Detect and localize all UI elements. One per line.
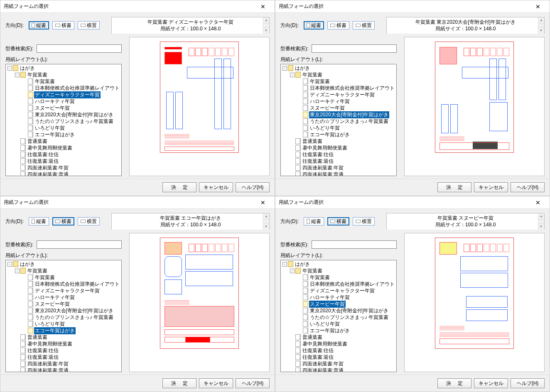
tree-toggle-icon[interactable]: - <box>7 262 12 267</box>
tree-item[interactable]: スヌーピー年賀 <box>6 105 121 111</box>
tree-item[interactable]: -年賀葉書 <box>281 267 396 274</box>
tree-item[interactable]: いろどり年賀 <box>281 125 396 131</box>
tree-item[interactable]: 東京2020大会[寄附金付]年賀はがき <box>6 111 121 118</box>
direction-side-button[interactable]: 横置 <box>353 21 375 29</box>
tree-item[interactable]: 普通葉書 <box>6 138 121 145</box>
tree-toggle-icon[interactable]: - <box>7 66 12 71</box>
tree-item[interactable]: 東京2020大会[寄附金付]年賀はがき <box>281 307 396 314</box>
layout-tree[interactable]: -はがき-年賀葉書年賀葉書日本郵便株式会社推奨準拠レイアウトディズニーキャラクタ… <box>280 260 397 372</box>
tree-toggle-icon[interactable]: - <box>282 66 287 71</box>
tree-item[interactable]: 往復葉書:返信 <box>281 158 396 164</box>
tree-toggle-icon[interactable]: - <box>290 269 295 273</box>
tree-item[interactable]: エコー年賀はがき <box>281 131 396 138</box>
direction-horizontal-button[interactable]: 横書 <box>52 21 74 29</box>
ok-button[interactable]: 決 定 <box>437 182 471 192</box>
preview-info-scrollbar[interactable]: ▲▼ <box>263 17 269 34</box>
tree-item[interactable]: 暑中見舞用郵便葉書 <box>6 341 121 347</box>
direction-horizontal-button[interactable]: 横書 <box>327 21 349 29</box>
tree-item[interactable]: 往復葉書:返信 <box>6 158 121 164</box>
preview-info-scrollbar[interactable]: ▲▼ <box>538 213 544 230</box>
ok-button[interactable]: 決 定 <box>162 378 196 388</box>
tree-item[interactable]: 日本郵便株式会社推奨準拠レイアウト <box>281 281 396 287</box>
tree-item[interactable]: いろどり年賀 <box>6 125 121 131</box>
tree-toggle-icon[interactable]: - <box>282 262 287 267</box>
tree-item[interactable]: ディズニーキャラクター年賀 <box>6 287 121 294</box>
tree-item[interactable]: うたの☆プリンスさまっ♪ 年賀葉書 <box>281 314 396 321</box>
tree-item[interactable]: エコー年賀はがき <box>6 131 121 138</box>
search-input[interactable] <box>37 44 122 53</box>
layout-tree[interactable]: -はがき-年賀葉書年賀葉書日本郵便株式会社推奨準拠レイアウトディズニーキャラクタ… <box>5 260 122 372</box>
direction-vertical-button[interactable]: 縦書 <box>304 217 324 225</box>
tree-item[interactable]: 四面連刷葉書:普通 <box>281 171 396 176</box>
help-button[interactable]: ヘルプ(H) <box>236 378 270 388</box>
direction-vertical-button[interactable]: 縦書 <box>29 21 49 29</box>
tree-item[interactable]: 普通葉書 <box>281 138 396 145</box>
tree-toggle-icon[interactable]: - <box>290 73 295 77</box>
ok-button[interactable]: 決 定 <box>437 378 471 388</box>
tree-item[interactable]: スヌーピー年賀 <box>281 301 396 307</box>
tree-item[interactable]: 四面連刷葉書:年賀 <box>281 164 396 171</box>
tree-item[interactable]: ディズニーキャラクター年賀 <box>281 287 396 294</box>
tree-item[interactable]: 往復葉書:返信 <box>6 354 121 360</box>
tree-item[interactable]: 年賀葉書 <box>281 78 396 85</box>
layout-tree[interactable]: -はがき-年賀葉書年賀葉書日本郵便株式会社推奨準拠レイアウトディズニーキャラクタ… <box>280 64 397 176</box>
tree-item[interactable]: ハローキティ年賀 <box>6 294 121 301</box>
direction-vertical-button[interactable]: 縦書 <box>304 21 324 29</box>
tree-item[interactable]: 往復葉書:返信 <box>281 354 396 360</box>
tree-item[interactable]: 年賀葉書 <box>6 274 121 281</box>
tree-item[interactable]: -年賀葉書 <box>6 267 121 274</box>
tree-item[interactable]: 暑中見舞用郵便葉書 <box>281 145 396 151</box>
tree-item[interactable]: 往復葉書:往信 <box>281 347 396 354</box>
tree-item[interactable]: 年賀葉書 <box>281 274 396 281</box>
layout-tree[interactable]: -はがき-年賀葉書年賀葉書日本郵便株式会社推奨準拠レイアウトディズニーキャラクタ… <box>5 64 122 176</box>
tree-item[interactable]: -はがき <box>281 65 396 71</box>
help-button[interactable]: ヘルプ(H) <box>511 378 545 388</box>
tree-item[interactable]: エコー年賀はがき <box>6 327 121 334</box>
help-button[interactable]: ヘルプ(H) <box>511 182 545 192</box>
tree-item[interactable]: 往復葉書:往信 <box>6 347 121 354</box>
tree-toggle-icon[interactable]: - <box>15 269 20 273</box>
tree-item[interactable]: スヌーピー年賀 <box>281 105 396 111</box>
tree-item[interactable]: エコー年賀はがき <box>281 327 396 334</box>
direction-side-button[interactable]: 横置 <box>78 217 100 225</box>
ok-button[interactable]: 決 定 <box>162 182 196 192</box>
close-button[interactable]: ✕ <box>530 1 546 12</box>
search-input[interactable] <box>37 240 122 249</box>
tree-item[interactable]: -はがき <box>281 261 396 267</box>
tree-item[interactable]: ハローキティ年賀 <box>6 98 121 105</box>
tree-item[interactable]: ハローキティ年賀 <box>281 98 396 105</box>
tree-item[interactable]: -年賀葉書 <box>281 71 396 78</box>
tree-item[interactable]: うたの☆プリンスさまっ♪ 年賀葉書 <box>6 118 121 125</box>
tree-item[interactable]: うたの☆プリンスさまっ♪ 年賀葉書 <box>281 118 396 125</box>
cancel-button[interactable]: キャンセル <box>199 182 233 192</box>
tree-item[interactable]: ディズニーキャラクター年賀 <box>6 91 121 98</box>
help-button[interactable]: ヘルプ(H) <box>236 182 270 192</box>
tree-item[interactable]: いろどり年賀 <box>6 321 121 327</box>
cancel-button[interactable]: キャンセル <box>474 182 508 192</box>
direction-side-button[interactable]: 横置 <box>353 217 375 225</box>
close-button[interactable]: ✕ <box>530 197 546 208</box>
tree-item[interactable]: 四面連刷葉書:年賀 <box>281 360 396 367</box>
tree-item[interactable]: 四面連刷葉書:普通 <box>6 367 121 372</box>
direction-horizontal-button[interactable]: 横書 <box>52 217 74 225</box>
tree-item[interactable]: ハローキティ年賀 <box>281 294 396 301</box>
tree-item[interactable]: 日本郵便株式会社推奨準拠レイアウト <box>6 85 121 91</box>
tree-item[interactable]: 四面連刷葉書:年賀 <box>6 164 121 171</box>
direction-side-button[interactable]: 横置 <box>78 21 100 29</box>
direction-vertical-button[interactable]: 縦書 <box>29 217 49 225</box>
tree-item[interactable]: 四面連刷葉書:年賀 <box>6 360 121 367</box>
close-button[interactable]: ✕ <box>255 197 271 208</box>
tree-item[interactable]: いろどり年賀 <box>281 321 396 327</box>
tree-item[interactable]: 暑中見舞用郵便葉書 <box>6 145 121 151</box>
tree-item[interactable]: 年賀葉書 <box>6 78 121 85</box>
tree-toggle-icon[interactable]: - <box>15 73 20 77</box>
tree-item[interactable]: ディズニーキャラクター年賀 <box>281 91 396 98</box>
tree-item[interactable]: 四面連刷葉書:普通 <box>281 367 396 372</box>
tree-item[interactable]: 暑中見舞用郵便葉書 <box>281 341 396 347</box>
tree-item[interactable]: 東京2020大会[寄附金付]年賀はがき <box>6 307 121 314</box>
tree-item[interactable]: 四面連刷葉書:普通 <box>6 171 121 176</box>
cancel-button[interactable]: キャンセル <box>474 378 508 388</box>
tree-item[interactable]: 東京2020大会[寄附金付]年賀はがき <box>281 111 396 118</box>
tree-item[interactable]: 日本郵便株式会社推奨準拠レイアウト <box>6 281 121 287</box>
tree-item[interactable]: -年賀葉書 <box>6 71 121 78</box>
